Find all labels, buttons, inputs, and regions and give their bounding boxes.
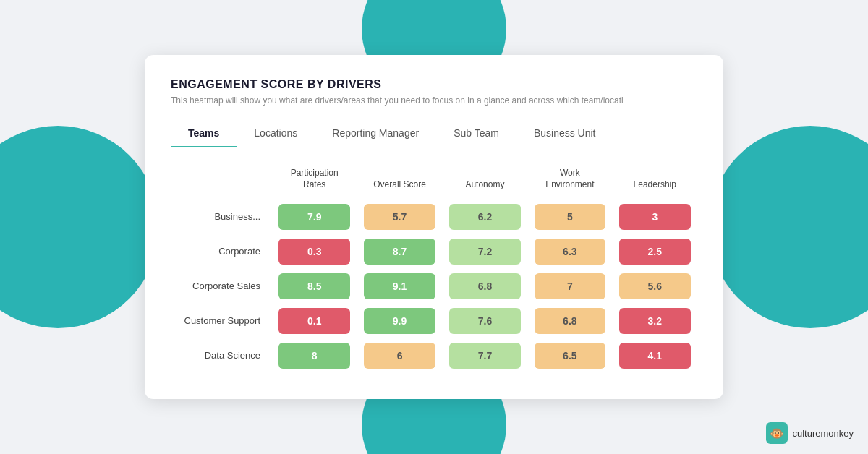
heatmap-cell: 9.9 bbox=[357, 304, 442, 338]
tab-locations[interactable]: Locations bbox=[237, 120, 315, 147]
heatmap: ParticipationRatesOverall ScoreAutonomyW… bbox=[171, 168, 697, 372]
tab-bar: TeamsLocationsReporting ManagerSub TeamB… bbox=[171, 120, 697, 147]
heatmap-cell: 7.6 bbox=[443, 304, 527, 338]
heatmap-cell: 6.5 bbox=[527, 338, 612, 373]
heatmap-cell: 6.2 bbox=[443, 200, 527, 234]
heatmap-cell: 7.9 bbox=[272, 200, 357, 234]
heatmap-cell: 0.3 bbox=[272, 234, 357, 269]
table-row: Corporate0.38.77.26.32.5 bbox=[171, 234, 697, 269]
tab-sub-team[interactable]: Sub Team bbox=[436, 120, 516, 147]
heatmap-cell: 5 bbox=[527, 200, 612, 234]
heatmap-cell: 6.8 bbox=[443, 269, 527, 304]
heatmap-cell: 3 bbox=[613, 200, 697, 234]
table-row: Data Science867.76.54.1 bbox=[171, 338, 697, 373]
heatmap-cell: 6.8 bbox=[527, 304, 612, 338]
heatmap-cell: 5.6 bbox=[613, 269, 697, 304]
table-row: Customer Support0.19.97.66.83.2 bbox=[171, 304, 697, 338]
heatmap-cell: 7.2 bbox=[443, 234, 527, 269]
brand-icon: 🐵 bbox=[766, 422, 788, 444]
heatmap-cell: 9.1 bbox=[357, 269, 442, 304]
col-header: Overall Score bbox=[357, 168, 442, 199]
heatmap-cell: 8 bbox=[272, 338, 357, 373]
heatmap-cell: 8.7 bbox=[357, 234, 442, 269]
heatmap-cell: 3.2 bbox=[613, 304, 697, 338]
row-label: Data Science bbox=[171, 338, 272, 373]
bg-circle-right bbox=[709, 126, 868, 328]
row-label: Corporate Sales bbox=[171, 269, 272, 304]
empty-header bbox=[171, 168, 272, 199]
card-subtitle: This heatmap will show you what are driv… bbox=[171, 95, 677, 106]
tab-teams[interactable]: Teams bbox=[171, 120, 237, 147]
row-label: Business... bbox=[171, 200, 272, 234]
heatmap-cell: 0.1 bbox=[272, 304, 357, 338]
heatmap-cell: 5.7 bbox=[357, 200, 442, 234]
bg-circle-left bbox=[0, 126, 159, 328]
main-card: ENGAGEMENT SCORE BY DRIVERS This heatmap… bbox=[145, 55, 723, 398]
heatmap-cell: 4.1 bbox=[613, 338, 697, 373]
tab-reporting-manager[interactable]: Reporting Manager bbox=[315, 120, 436, 147]
row-label: Corporate bbox=[171, 234, 272, 269]
card-title: ENGAGEMENT SCORE BY DRIVERS bbox=[171, 78, 697, 91]
row-label: Customer Support bbox=[171, 304, 272, 338]
heatmap-cell: 2.5 bbox=[613, 234, 697, 269]
brand-logo: 🐵 culturemonkey bbox=[766, 422, 854, 444]
heatmap-cell: 7.7 bbox=[443, 338, 527, 373]
col-header: ParticipationRates bbox=[272, 168, 357, 199]
col-header: Autonomy bbox=[443, 168, 527, 199]
heatmap-cell: 7 bbox=[527, 269, 612, 304]
table-row: Corporate Sales8.59.16.875.6 bbox=[171, 269, 697, 304]
heatmap-cell: 6 bbox=[357, 338, 442, 373]
col-header: WorkEnvironment bbox=[527, 168, 612, 199]
tab-business-unit[interactable]: Business Unit bbox=[516, 120, 613, 147]
heatmap-cell: 8.5 bbox=[272, 269, 357, 304]
table-row: Business...7.95.76.253 bbox=[171, 200, 697, 234]
heatmap-cell: 6.3 bbox=[527, 234, 612, 269]
heatmap-table: ParticipationRatesOverall ScoreAutonomyW… bbox=[171, 168, 697, 372]
brand-name: culturemonkey bbox=[792, 428, 854, 439]
col-header: Leadership bbox=[613, 168, 697, 199]
